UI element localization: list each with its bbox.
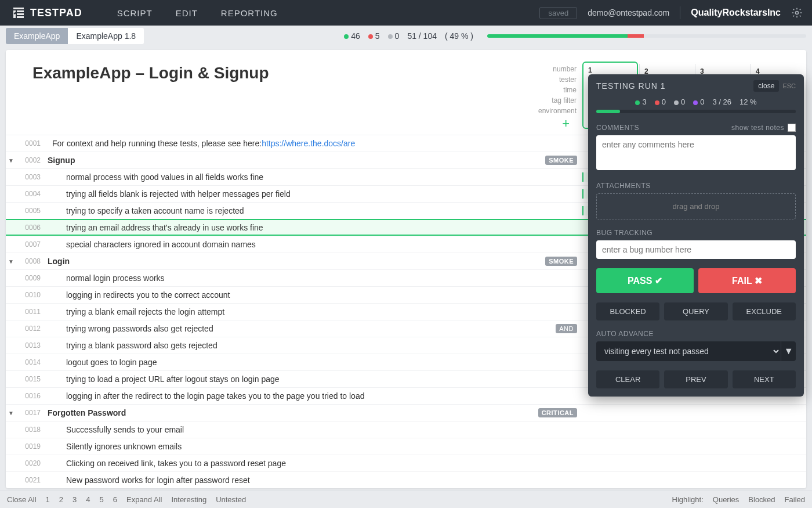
run-meta-labels: numbertestertimetag filterenvironment + xyxy=(538,64,581,129)
svg-point-0 xyxy=(796,12,799,15)
highlight-queries[interactable]: Queries xyxy=(713,495,740,504)
row-id: 0013 xyxy=(16,341,48,350)
auto-advance-select[interactable]: visiting every test not passed xyxy=(596,341,781,361)
show-notes-toggle[interactable]: show test notes xyxy=(731,124,784,132)
row-id: 0002 xyxy=(16,156,48,164)
row-id: 0007 xyxy=(16,240,48,248)
test-row[interactable]: 0018Successfully sends to your email xyxy=(6,421,806,438)
row-id: 0016 xyxy=(16,392,48,400)
prev-button[interactable]: PREV xyxy=(664,370,727,388)
row-id: 0018 xyxy=(16,426,48,434)
row-id: 0015 xyxy=(16,375,48,383)
row-id: 0019 xyxy=(16,442,48,451)
row-tag: CRITICAL xyxy=(538,408,577,417)
depth-1[interactable]: 1 xyxy=(46,495,50,504)
query-button[interactable]: QUERY xyxy=(664,302,727,320)
depth-4[interactable]: 4 xyxy=(86,495,90,504)
fail-button[interactable]: FAIL ✖ xyxy=(698,268,796,293)
row-tag: AND xyxy=(556,324,577,333)
dropdown-caret-icon[interactable]: ▼ xyxy=(781,341,796,361)
add-run-button[interactable]: + xyxy=(538,118,577,129)
nav-reporting[interactable]: REPORTING xyxy=(221,8,278,18)
summary-stats: 46 5 0 51 / 104 ( 49 % ) xyxy=(344,31,806,41)
row-id: 0021 xyxy=(16,476,48,484)
filter-untested[interactable]: Untested xyxy=(216,495,246,504)
row-id: 0006 xyxy=(16,224,48,232)
depth-3[interactable]: 3 xyxy=(72,495,77,504)
nav-script[interactable]: SCRIPT xyxy=(117,8,153,18)
progress-bar xyxy=(487,34,806,38)
docs-link[interactable]: https://where.the.docs/are xyxy=(262,139,355,148)
highlight-blocked[interactable]: Blocked xyxy=(748,495,775,504)
test-row[interactable]: 0019Silently ignores unknown emails xyxy=(6,438,806,455)
test-row[interactable]: 0021New password works for login after p… xyxy=(6,471,806,488)
row-id: 0008 xyxy=(16,257,48,265)
depth-2[interactable]: 2 xyxy=(59,495,63,504)
page-title: ExampleApp – Login & Signup xyxy=(32,64,269,129)
exclude-button[interactable]: EXCLUDE xyxy=(733,302,796,320)
attachment-dropzone[interactable]: drag and drop xyxy=(596,193,796,219)
test-run-panel: TESTING RUN 1 close ESC 3 0 0 0 3 / 26 1… xyxy=(588,74,804,397)
blocked-button[interactable]: BLOCKED xyxy=(596,302,659,320)
next-button[interactable]: NEXT xyxy=(733,370,796,388)
expand-all-button[interactable]: Expand All xyxy=(126,495,162,504)
comments-input[interactable] xyxy=(596,135,796,170)
row-id: 0014 xyxy=(16,358,48,366)
filter-interesting[interactable]: Interesting xyxy=(171,495,206,504)
row-id: 0012 xyxy=(16,325,48,333)
row-id: 0005 xyxy=(16,207,48,215)
row-id: 0003 xyxy=(16,173,48,181)
row-id: 0010 xyxy=(16,291,48,299)
depth-6[interactable]: 6 xyxy=(113,495,117,504)
user-email[interactable]: demo@ontestpad.com xyxy=(588,8,669,17)
test-row[interactable]: 0020Clicking on received link, takes you… xyxy=(6,455,806,471)
panel-title: TESTING RUN 1 xyxy=(596,81,666,91)
close-all-button[interactable]: Close All xyxy=(7,495,37,504)
close-button[interactable]: close xyxy=(753,80,779,92)
show-notes-checkbox[interactable] xyxy=(788,124,796,132)
row-tag: SMOKE xyxy=(545,257,577,266)
panel-stats: 3 0 0 0 3 / 26 12 % xyxy=(588,98,804,110)
row-id: 0004 xyxy=(16,190,48,198)
bug-number-input[interactable] xyxy=(596,240,796,259)
logo-icon xyxy=(12,6,26,20)
row-id: 0020 xyxy=(16,459,48,467)
highlight-failed[interactable]: Failed xyxy=(785,495,805,504)
highlight-label: Highlight: xyxy=(672,495,704,504)
row-tag: SMOKE xyxy=(545,156,577,165)
nav-edit[interactable]: EDIT xyxy=(176,8,198,18)
pass-button[interactable]: PASS ✔ xyxy=(596,268,694,293)
breadcrumb-project[interactable]: ExampleApp xyxy=(6,28,68,44)
saved-indicator: saved xyxy=(539,7,577,19)
logo[interactable]: TESTPAD xyxy=(0,6,94,20)
row-id: 0017 xyxy=(16,409,48,417)
gear-icon[interactable] xyxy=(791,7,803,19)
row-id: 0009 xyxy=(16,274,48,282)
esc-hint: ESC xyxy=(782,82,796,89)
breadcrumb-version[interactable]: ExampleApp 1.8 xyxy=(68,28,144,44)
row-id: 0001 xyxy=(16,139,48,147)
row-id: 0011 xyxy=(16,308,48,316)
depth-5[interactable]: 5 xyxy=(100,495,104,504)
org-name[interactable]: QualityRockstarsInc xyxy=(691,8,781,18)
clear-button[interactable]: CLEAR xyxy=(596,370,659,388)
test-row[interactable]: ▼0017Forgotten PasswordCRITICAL xyxy=(6,404,806,421)
